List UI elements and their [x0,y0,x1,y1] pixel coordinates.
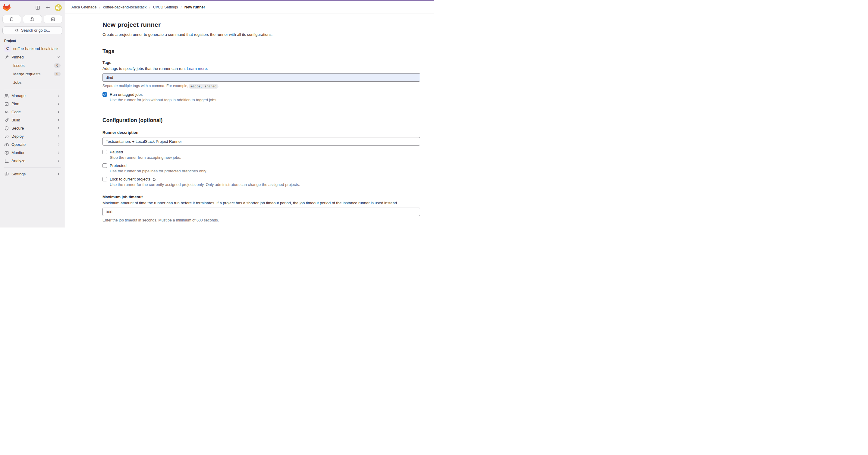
issues-icon [9,17,14,22]
sidebar-toggle-button[interactable] [34,4,41,11]
deploy-icon [4,134,9,139]
chevron-right-icon [57,110,61,114]
sidebar-scope-label: Project [4,39,61,42]
protected-row: Protected [102,163,420,168]
todo-check-icon [51,17,56,22]
sidebar-item-operate[interactable]: Operate [2,140,62,149]
breadcrumb-link-cicd-settings[interactable]: CI/CD Settings [153,5,178,9]
protected-checkbox[interactable] [102,163,107,168]
code-icon [4,110,9,115]
sidebar-toggle-icon [35,5,40,10]
shield-icon [4,126,9,131]
max-job-timeout-description: Maximum amount of time the runner can ru… [102,201,420,205]
tags-field-label: Tags [102,60,420,65]
section-divider [102,43,420,43]
protected-label[interactable]: Protected [110,163,127,168]
chevron-right-icon [57,151,61,155]
sidebar-item-project[interactable]: C coffee-backend-localstack [2,44,62,53]
run-untagged-jobs-help: Use the runner for jobs without tags in … [110,98,420,102]
chevron-right-icon [57,142,61,147]
breadcrumb-separator: / [99,5,100,9]
sidebar-item-secure[interactable]: Secure [2,124,62,132]
run-untagged-jobs-checkbox[interactable] [102,92,107,97]
search-input[interactable]: Search or go to... [2,27,62,34]
users-icon [4,93,9,98]
chevron-right-icon [57,94,61,98]
lock-to-projects-checkbox[interactable] [102,177,107,182]
gear-icon [4,172,9,176]
tags-section-heading: Tags [102,48,420,55]
sidebar-item-pinned[interactable]: Pinned [2,53,62,61]
paused-checkbox[interactable] [102,150,107,154]
sidebar-item-merge-requests[interactable]: Merge requests 0 [2,70,62,78]
breadcrumb-link-project[interactable]: coffee-backend-localstack [103,5,147,9]
breadcrumb-separator: / [149,5,150,9]
chart-icon [4,159,9,163]
lock-to-projects-row: Lock to current projects [102,177,420,182]
page-subtitle: Create a project runner to generate a co… [102,32,420,37]
tags-help-text: Separate multiple tags with a comma. For… [102,84,420,88]
max-job-timeout-input[interactable] [102,207,420,216]
sidebar-item-jobs[interactable]: Jobs [2,78,62,87]
runner-description-input[interactable] [102,137,420,145]
sidebar-item-manage[interactable]: Manage [2,92,62,100]
section-divider [102,112,420,112]
sidebar-item-analyze[interactable]: Analyze [2,157,62,165]
sidebar-item-code[interactable]: Code [2,108,62,116]
chevron-right-icon [57,172,61,176]
sidebar-item-settings[interactable]: Settings [2,170,62,178]
chevron-right-icon [57,102,61,106]
tags-input[interactable] [102,73,420,82]
chevron-right-icon [57,126,61,130]
user-avatar[interactable] [55,4,62,11]
chevron-right-icon [57,159,61,163]
pin-icon [4,55,9,60]
lock-to-projects-help: Use the runner for the currently assigne… [110,182,420,187]
page-content: New project runner Create a project runn… [65,14,434,228]
project-avatar: C [4,45,11,52]
main-area: Anca Ghenade / coffee-backend-localstack… [65,1,434,228]
breadcrumb-current: New runner [184,5,205,9]
merge-requests-count-badge: 0 [54,72,61,76]
run-untagged-jobs-label[interactable]: Run untagged jobs [110,92,143,97]
issues-shortcut-button[interactable] [2,15,21,23]
sidebar-item-deploy[interactable]: Deploy [2,132,62,140]
paused-help: Stop the runner from accepting new jobs. [110,155,420,160]
merge-request-icon [30,17,35,22]
sidebar-item-issues[interactable]: Issues 0 [2,61,62,70]
identicon-avatar-image [55,4,62,11]
monitor-icon [4,150,9,155]
issues-count-badge: 0 [54,63,61,68]
chevron-right-icon [57,134,61,138]
app-window: Search or go to... Project C coffee-back… [0,0,434,228]
protected-help: Use the runner on pipelines for protecte… [110,169,420,173]
lock-icon [152,177,156,181]
tags-example-code: macos, shared [189,84,218,89]
merge-requests-shortcut-button[interactable] [23,15,41,23]
paused-label[interactable]: Paused [110,150,123,154]
page-title: New project runner [102,21,420,28]
configuration-section-heading: Configuration (optional) [102,117,420,124]
todos-shortcut-button[interactable] [44,15,62,23]
chevron-down-icon [57,55,61,59]
calendar-check-icon [4,102,9,106]
lock-to-projects-label[interactable]: Lock to current projects [110,177,156,182]
create-new-button[interactable] [44,4,52,11]
sidebar: Search or go to... Project C coffee-back… [0,1,65,228]
search-icon [15,28,19,33]
sidebar-item-plan[interactable]: Plan [2,100,62,108]
runner-description-label: Runner description [102,130,420,135]
checkmark-icon [103,93,107,96]
sidebar-divider [4,89,61,89]
breadcrumb-separator: / [181,5,181,9]
sidebar-item-monitor[interactable]: Monitor [2,149,62,157]
sidebar-item-build[interactable]: Build [2,116,62,124]
tags-field-description: Add tags to specify jobs that the runner… [102,66,420,71]
paused-row: Paused [102,150,420,154]
breadcrumb: Anca Ghenade / coffee-backend-localstack… [65,1,434,14]
gitlab-logo-icon [3,4,10,11]
breadcrumb-link-user[interactable]: Anca Ghenade [71,5,96,9]
plus-icon [45,5,50,10]
max-job-timeout-help: Enter the job timeout in seconds. Must b… [102,218,420,222]
learn-more-link[interactable]: Learn more [187,66,207,71]
